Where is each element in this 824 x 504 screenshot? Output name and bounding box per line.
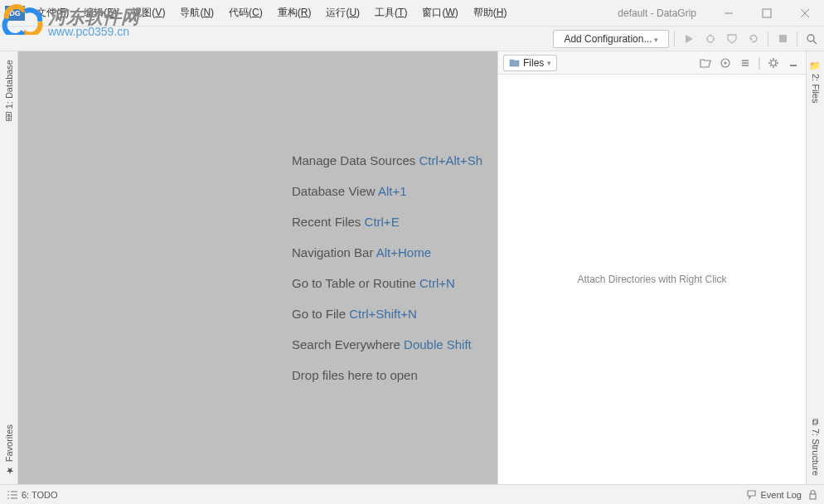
files-hide-button[interactable]: [786, 56, 801, 70]
shortcut-label: Navigation Bar: [292, 245, 376, 259]
maximize-icon: [762, 8, 772, 18]
menu-item-r[interactable]: 重构(R): [271, 2, 318, 23]
svg-line-26: [770, 65, 772, 66]
sidebar-tab-favorites[interactable]: ★ Favorites: [0, 416, 17, 484]
shortcut-line-7: Drop files here to open: [292, 368, 497, 382]
files-open-button[interactable]: [698, 56, 713, 70]
lock-icon[interactable]: [808, 489, 817, 500]
database-icon: 🗄: [4, 112, 14, 121]
svg-point-11: [807, 35, 814, 41]
toolbar: Add Configuration...: [0, 27, 824, 51]
menu-item-c[interactable]: 代码(C): [222, 2, 269, 23]
main-area: 🗄 1: Database ★ Favorites Manage Data So…: [0, 51, 824, 484]
svg-point-14: [724, 61, 726, 64]
separator: [674, 32, 675, 46]
files-empty-text: Attach Directories with Right Click: [577, 274, 726, 285]
svg-rect-10: [779, 35, 787, 42]
svg-point-5: [707, 36, 714, 42]
list-icon: [7, 490, 18, 500]
star-icon: ★: [3, 465, 14, 476]
close-button[interactable]: [786, 0, 824, 27]
svg-rect-34: [810, 494, 816, 499]
svg-point-18: [771, 61, 776, 65]
menu-item-e[interactable]: 编辑(E): [77, 2, 124, 23]
window-controls: [710, 0, 824, 27]
maximize-button[interactable]: [748, 0, 786, 27]
separator: [797, 32, 797, 46]
files-collapse-button[interactable]: [738, 56, 753, 70]
menu-item-n[interactable]: 导航(N): [173, 2, 221, 23]
shortcut-label: Database View: [292, 184, 378, 198]
files-empty-body[interactable]: Attach Directories with Right Click: [498, 75, 806, 484]
run-button[interactable]: [680, 30, 698, 48]
shortcut-label: Go to File: [292, 307, 349, 321]
sidebar-tab-database[interactable]: 🗄 1: Database: [0, 51, 17, 129]
run-with-coverage-button[interactable]: [723, 30, 741, 48]
files-target-button[interactable]: [718, 56, 733, 70]
svg-line-23: [770, 60, 772, 61]
shortcut-line-4: Go to Table or Routine Ctrl+N: [292, 276, 497, 290]
shortcut-key: Ctrl+Alt+Sh: [419, 153, 482, 167]
coverage-icon: [726, 33, 738, 45]
separator: [768, 32, 768, 46]
menu-item-w[interactable]: 窗口(W): [415, 2, 464, 23]
sidebar-label-database: 1: Database: [4, 60, 14, 109]
status-event-log[interactable]: Event Log: [746, 489, 802, 500]
rerun-button[interactable]: [744, 30, 763, 48]
svg-marker-9: [750, 37, 753, 41]
shortcut-label: Drop files here to open: [292, 368, 418, 382]
sidebar-label-favorites: Favorites: [4, 424, 14, 462]
stop-button[interactable]: [773, 30, 792, 48]
search-icon: [806, 33, 817, 45]
shortcut-key: Ctrl+N: [419, 276, 455, 290]
menu-item-h[interactable]: 帮助(H): [467, 2, 514, 23]
sidebar-label-files: 2: Files: [811, 74, 821, 103]
minimize-icon: [724, 8, 734, 18]
shortcut-label: Search Everywhere: [292, 337, 404, 351]
right-sidebar: 📁 2: Files ⧉ 7: Structure: [806, 51, 824, 484]
add-configuration-button[interactable]: Add Configuration...: [553, 30, 669, 48]
main-menu: 文件(F)编辑(E)视图(V)导航(N)代码(C)重构(R)运行(U)工具(T)…: [30, 2, 604, 23]
stop-icon: [778, 34, 788, 43]
menu-item-f[interactable]: 文件(F): [30, 2, 75, 23]
folder-icon: 📁: [810, 60, 821, 70]
status-todo[interactable]: 6: TODO: [7, 490, 58, 500]
svg-rect-1: [763, 9, 771, 17]
shortcut-key: Ctrl+E: [365, 215, 400, 229]
collapse-icon: [739, 57, 751, 69]
hide-icon: [788, 58, 798, 68]
sidebar-tab-files[interactable]: 📁 2: Files: [807, 51, 824, 111]
menu-item-t[interactable]: 工具(T): [368, 2, 414, 23]
status-todo-label: 6: TODO: [22, 490, 58, 500]
editor-empty-pane[interactable]: Manage Data Sources Ctrl+Alt+ShDatabase …: [18, 51, 497, 484]
shortcut-label: Recent Files: [292, 215, 365, 229]
rerun-icon: [748, 33, 759, 45]
gear-icon: [768, 57, 779, 69]
menu-item-u[interactable]: 运行(U): [319, 2, 366, 23]
window-title: default - DataGrip: [604, 7, 710, 19]
menu-item-v[interactable]: 视图(V): [125, 2, 172, 23]
target-icon: [720, 57, 731, 69]
debug-button[interactable]: [701, 30, 720, 48]
shortcut-key: Alt+1: [378, 184, 407, 198]
shortcut-line-2: Recent Files Ctrl+E: [292, 215, 497, 229]
files-tab-label: Files: [523, 57, 544, 69]
files-settings-button[interactable]: [766, 56, 781, 70]
shortcut-line-0: Manage Data Sources Ctrl+Alt+Sh: [292, 153, 497, 167]
files-tab-selector[interactable]: Files: [503, 55, 557, 71]
svg-line-25: [776, 60, 778, 61]
shortcut-label: Manage Data Sources: [292, 153, 419, 167]
close-icon: [800, 8, 810, 18]
sidebar-tab-structure[interactable]: ⧉ 7: Structure: [807, 410, 824, 484]
files-tool-window: Files | Attach Directories with Right Cl…: [497, 51, 806, 484]
minimize-button[interactable]: [710, 0, 748, 27]
search-button[interactable]: [802, 30, 821, 48]
shortcut-label: Go to Table or Routine: [292, 276, 419, 290]
shortcut-key: Alt+Home: [376, 245, 431, 259]
files-header-actions: |: [698, 56, 801, 70]
left-sidebar: 🗄 1: Database ★ Favorites: [0, 51, 18, 484]
speech-icon: [746, 489, 757, 500]
shortcut-key: Ctrl+Shift+N: [349, 307, 417, 321]
bug-icon: [705, 33, 716, 45]
structure-icon: ⧉: [811, 419, 821, 425]
